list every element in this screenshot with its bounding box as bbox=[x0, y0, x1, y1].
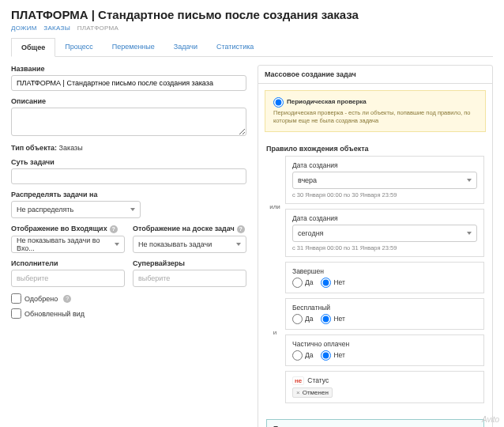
executors-placeholder: выберите bbox=[17, 274, 48, 282]
task-essence-input[interactable] bbox=[11, 168, 246, 184]
status-rule-group: не Статус × Отменен bbox=[285, 371, 484, 403]
date-rule-group: Дата создания вчера с 30 Января 00:00 по… bbox=[285, 156, 484, 204]
page-title: ПЛАТФОРМА | Стандартное письмо после соз… bbox=[11, 8, 493, 21]
tabs: Общее Процесс Переменные Задачи Статисти… bbox=[11, 38, 493, 57]
name-input[interactable] bbox=[11, 75, 246, 91]
date-range-hint: с 31 Января 00:00 по 31 Января 23:59 bbox=[292, 244, 477, 251]
user-owner-block: Принадлежит пользователю Тип × ученик bbox=[266, 419, 484, 428]
periodic-check-label: Периодическая проверка bbox=[287, 98, 367, 106]
periodic-check-notice: Периодическая проверка Периодическая про… bbox=[265, 90, 486, 132]
partial-paid-no-radio[interactable] bbox=[321, 350, 331, 361]
assign-select[interactable]: Не распределять bbox=[11, 201, 141, 218]
help-icon[interactable]: ? bbox=[237, 225, 245, 233]
chevron-down-icon bbox=[236, 243, 241, 246]
date-range-hint: с 30 Января 00:00 по 30 Января 23:59 bbox=[292, 191, 477, 198]
tab-general[interactable]: Общее bbox=[11, 38, 55, 57]
updated-view-label: Обновленный вид bbox=[24, 310, 85, 318]
breadcrumb: ДОЖИМ ЗАКАЗЫ ПЛАТФОРМА bbox=[11, 25, 493, 32]
executors-select[interactable]: выберите bbox=[11, 270, 125, 287]
free-no-radio[interactable] bbox=[321, 314, 331, 324]
status-tag-label: Отменен bbox=[303, 389, 329, 396]
tab-variables[interactable]: Переменные bbox=[103, 38, 164, 56]
watermark: Avito bbox=[482, 415, 499, 424]
rule-section-title: Правило вхождения объекта bbox=[258, 138, 492, 156]
user-owner-title: Принадлежит пользователю bbox=[273, 425, 477, 428]
name-label: Название bbox=[11, 65, 246, 73]
partial-paid-yes-radio[interactable] bbox=[292, 350, 303, 361]
periodic-check-radio[interactable] bbox=[273, 97, 284, 108]
supervisors-label: Супервайзеры bbox=[133, 259, 246, 267]
date-created-label: Дата создания bbox=[292, 214, 477, 222]
completed-rule-group: Завершен Да Нет bbox=[285, 262, 484, 293]
description-input[interactable] bbox=[11, 108, 246, 136]
description-label: Описание bbox=[11, 97, 246, 105]
mass-task-panel: Массовое создание задач Периодическая пр… bbox=[258, 65, 493, 427]
completed-label: Завершен bbox=[292, 267, 477, 275]
approved-checkbox[interactable] bbox=[11, 293, 21, 304]
breadcrumb-current: ПЛАТФОРМА bbox=[77, 25, 119, 32]
assign-label: Распределять задачи на bbox=[11, 191, 141, 198]
date-created-label: Дата создания bbox=[292, 161, 477, 169]
chevron-down-icon bbox=[130, 208, 135, 211]
help-icon[interactable]: ? bbox=[63, 295, 71, 303]
free-rule-group: Бесплатный Да Нет bbox=[285, 298, 484, 330]
date-created-select[interactable]: вчера bbox=[292, 172, 477, 189]
display-board-select[interactable]: Не показывать задачи bbox=[133, 236, 246, 253]
status-tag[interactable]: × Отменен bbox=[292, 387, 333, 398]
updated-view-checkbox[interactable] bbox=[11, 308, 21, 319]
tab-process[interactable]: Процесс bbox=[55, 38, 103, 56]
status-label: Статус bbox=[307, 376, 329, 384]
supervisors-select[interactable]: выберите bbox=[133, 270, 246, 287]
approved-label: Одобрено bbox=[24, 295, 58, 303]
free-yes-radio[interactable] bbox=[292, 314, 303, 324]
help-icon[interactable]: ? bbox=[110, 225, 118, 233]
chevron-down-icon bbox=[467, 232, 472, 235]
completed-yes-radio[interactable] bbox=[292, 278, 303, 288]
completed-no-radio[interactable] bbox=[321, 278, 331, 288]
periodic-check-desc: Периодическая проверка - есть ли объекты… bbox=[273, 109, 477, 125]
not-badge: не bbox=[292, 376, 304, 385]
date-created-value: сегодня bbox=[298, 229, 324, 237]
partial-paid-rule-group: Частично оплачен Да Нет bbox=[285, 334, 484, 366]
date-created-value: вчера bbox=[298, 176, 317, 184]
or-operator-label: или bbox=[268, 202, 282, 210]
assign-select-value: Не распределять bbox=[17, 206, 73, 214]
display-board-label: Отображение на доске задач? bbox=[133, 225, 246, 233]
display-incoming-select[interactable]: Не показывать задачи во Вхо... bbox=[11, 236, 125, 253]
task-essence-label: Суть задачи bbox=[11, 158, 246, 166]
object-type-value: Заказы bbox=[59, 144, 83, 152]
chevron-down-icon bbox=[115, 243, 119, 246]
tab-statistics[interactable]: Статистика bbox=[207, 38, 263, 56]
free-label: Бесплатный bbox=[292, 304, 477, 312]
display-incoming-label: Отображение во Входящих? bbox=[11, 225, 125, 233]
breadcrumb-link[interactable]: ДОЖИМ bbox=[11, 25, 37, 32]
object-type-label: Тип объекта: bbox=[11, 144, 57, 152]
display-board-value: Не показывать задачи bbox=[138, 240, 212, 248]
partial-paid-label: Частично оплачен bbox=[292, 340, 477, 348]
close-icon[interactable]: × bbox=[296, 389, 300, 396]
tab-tasks[interactable]: Задачи bbox=[164, 38, 207, 56]
date-created-select[interactable]: сегодня bbox=[292, 225, 477, 242]
breadcrumb-link[interactable]: ЗАКАЗЫ bbox=[43, 25, 70, 32]
and-operator-label: и bbox=[268, 329, 282, 336]
date-rule-group: Дата создания сегодня с 31 Января 00:00 … bbox=[285, 209, 484, 257]
chevron-down-icon bbox=[467, 179, 472, 182]
panel-title: Массовое создание задач bbox=[258, 66, 492, 84]
supervisors-placeholder: выберите bbox=[138, 274, 170, 282]
display-incoming-value: Не показывать задачи во Вхо... bbox=[17, 236, 115, 252]
executors-label: Исполнители bbox=[11, 259, 125, 267]
